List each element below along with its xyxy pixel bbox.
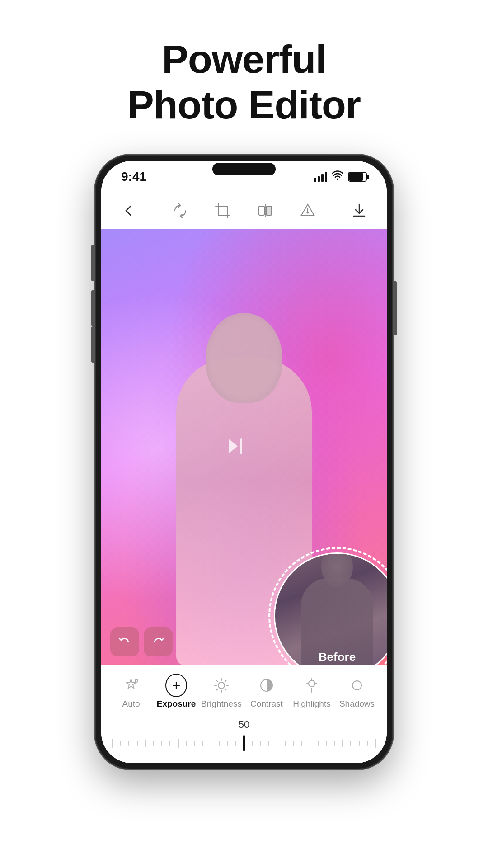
svg-line-17 xyxy=(225,681,226,682)
figure-head xyxy=(206,313,282,403)
toolbar-tools xyxy=(169,199,319,222)
exposure-icon xyxy=(165,675,187,696)
before-label: Before xyxy=(319,650,356,664)
adjust-button[interactable] xyxy=(296,199,319,222)
tools-row: Auto Exposure xyxy=(101,665,387,715)
phone-screen: 9:41 xyxy=(101,161,387,763)
svg-line-18 xyxy=(217,689,218,690)
auto-icon xyxy=(120,675,142,696)
title-line1: Powerful xyxy=(162,37,326,81)
tool-exposure[interactable]: Exposure xyxy=(154,672,199,712)
page-title-section: Powerful Photo Editor xyxy=(127,36,361,127)
rotate-button[interactable] xyxy=(169,199,192,222)
download-button[interactable] xyxy=(348,199,371,222)
svg-line-16 xyxy=(225,689,226,690)
status-time: 9:41 xyxy=(121,170,146,184)
redo-button[interactable] xyxy=(144,627,173,656)
title-line2: Photo Editor xyxy=(127,82,361,127)
highlights-icon xyxy=(301,675,323,696)
tool-auto[interactable]: Auto xyxy=(108,672,154,712)
toolbar xyxy=(101,193,387,229)
brightness-label: Brightness xyxy=(201,699,242,709)
exposure-label: Exposure xyxy=(157,699,196,709)
phone-frame: 9:41 xyxy=(95,155,393,769)
svg-point-20 xyxy=(309,680,315,687)
slider-thumb[interactable] xyxy=(243,735,245,751)
auto-label: Auto xyxy=(122,699,140,709)
page-title: Powerful Photo Editor xyxy=(127,36,361,127)
brightness-icon xyxy=(211,675,232,696)
svg-rect-2 xyxy=(266,206,272,215)
before-preview: Before xyxy=(274,552,387,665)
shadows-icon xyxy=(346,675,368,696)
tool-highlights[interactable]: Highlights xyxy=(289,672,334,712)
svg-point-25 xyxy=(352,681,361,690)
tool-brightness[interactable]: Brightness xyxy=(199,672,244,712)
battery-icon xyxy=(348,172,367,182)
slider-track[interactable] xyxy=(110,734,378,752)
svg-point-10 xyxy=(218,682,225,689)
photo-canvas[interactable]: Before xyxy=(101,229,387,665)
highlights-label: Highlights xyxy=(293,699,330,709)
slider-area: 50 xyxy=(101,715,387,759)
wifi-icon xyxy=(332,170,343,183)
svg-point-0 xyxy=(337,179,338,180)
bottom-panel: Auto Exposure xyxy=(101,665,387,763)
slider-value: 50 xyxy=(110,719,378,731)
svg-point-7 xyxy=(135,679,138,682)
undo-button[interactable] xyxy=(110,627,139,656)
contrast-label: Contrast xyxy=(250,699,283,709)
before-after-arrow xyxy=(220,433,247,462)
shadows-label: Shadows xyxy=(339,699,375,709)
contrast-icon xyxy=(256,675,277,696)
back-button[interactable] xyxy=(117,199,140,222)
plus-circle-icon xyxy=(165,674,187,697)
dynamic-island xyxy=(212,163,276,175)
svg-rect-1 xyxy=(259,206,264,215)
crop-button[interactable] xyxy=(211,199,234,222)
tool-shadows[interactable]: Shadows xyxy=(334,672,380,712)
flip-button[interactable] xyxy=(254,199,277,222)
signal-icon xyxy=(314,172,327,182)
svg-point-6 xyxy=(307,212,309,213)
undo-redo-buttons xyxy=(110,627,173,656)
before-circle-image: Before xyxy=(274,552,387,665)
status-icons xyxy=(314,170,367,183)
svg-line-15 xyxy=(217,681,218,682)
photo-main: Before xyxy=(101,229,387,665)
tool-contrast[interactable]: Contrast xyxy=(244,672,289,712)
